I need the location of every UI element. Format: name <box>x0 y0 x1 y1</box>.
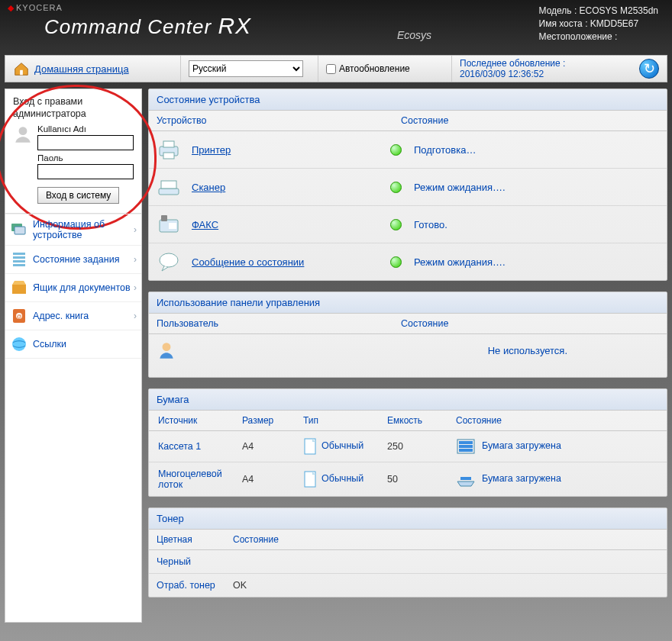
user-icon <box>157 340 176 360</box>
svg-point-21 <box>163 343 171 351</box>
password-label: Паоль <box>37 153 134 163</box>
device-link[interactable]: ФАКС <box>192 219 390 230</box>
svg-rect-6 <box>13 260 25 263</box>
box-icon <box>10 279 28 297</box>
home-link[interactable]: Домашняя страница <box>34 63 129 75</box>
address-book-icon: @ <box>10 307 28 325</box>
password-input[interactable] <box>37 164 134 179</box>
ecosys-logo: Ecosys <box>397 29 431 41</box>
toner-panel: Тонер Цветная Состояние Черный Отраб. то… <box>148 507 667 598</box>
tray-full-icon <box>456 438 476 455</box>
paper-icon <box>303 437 318 456</box>
paper-panel: Бумага Источник Размер Тип Емкость Состо… <box>148 388 667 497</box>
usage-columns: ПользовательСостояние <box>149 314 667 334</box>
device-row-scanner: Сканер Режим ожидания…. <box>149 169 667 206</box>
sidebar-item-job-status[interactable]: Состояние задания › <box>5 246 141 274</box>
username-label: Kullanıcı Adı <box>37 124 134 134</box>
svg-rect-4 <box>13 253 25 255</box>
panel-title: Использование панели управления <box>149 292 667 314</box>
panel-title: Бумага <box>149 389 667 411</box>
paper-columns: Источник Размер Тип Емкость Состояние <box>149 411 667 431</box>
fax-icon <box>157 212 181 237</box>
device-link[interactable]: Принтер <box>192 144 390 156</box>
printer-icon <box>157 137 181 162</box>
device-link[interactable]: Сообщение о состоянии <box>192 256 390 268</box>
job-status-icon <box>10 250 28 269</box>
svg-rect-3 <box>15 227 25 234</box>
svg-rect-28 <box>460 477 471 480</box>
sidebar: Вход с правами администратора Kullanıcı … <box>5 89 142 623</box>
svg-point-1 <box>19 127 27 135</box>
paper-icon <box>303 470 318 488</box>
username-input[interactable] <box>37 135 134 150</box>
auto-update-label: Автообновление <box>339 63 410 74</box>
toner-row: Черный <box>149 550 667 574</box>
device-row-fax: ФАКС Готово. <box>149 206 667 243</box>
login-button[interactable]: Вход в систему <box>37 187 119 204</box>
svg-rect-15 <box>159 188 179 195</box>
login-box: Вход с правами администратора Kullanıcı … <box>5 89 141 214</box>
sidebar-item-device-info[interactable]: Информация об устройстве › <box>5 214 141 246</box>
user-icon <box>13 124 33 144</box>
svg-rect-18 <box>161 215 167 221</box>
mp-tray-icon <box>456 471 476 488</box>
svg-text:@: @ <box>16 314 21 319</box>
device-info-icon <box>10 221 28 239</box>
brand-name: KYOCERA <box>8 3 251 13</box>
svg-rect-19 <box>169 223 176 229</box>
chevron-right-icon: › <box>134 224 137 235</box>
paper-row: Многоцелевой лоток A4 Обычный 50 Бумага … <box>149 462 667 496</box>
auto-update-checkbox[interactable] <box>326 64 336 74</box>
sidebar-item-address-book[interactable]: @ Адрес. книга › <box>5 302 141 330</box>
svg-rect-7 <box>13 264 25 266</box>
status-dot-green <box>390 256 402 268</box>
globe-icon <box>10 335 28 353</box>
toolbar: Домашняя страница Русский Автообновление… <box>5 55 667 82</box>
svg-rect-5 <box>13 256 25 259</box>
panel-title: Состояние устройства <box>149 89 667 111</box>
main-content: Состояние устройства УстройствоСостояние… <box>148 89 667 623</box>
refresh-button[interactable] <box>639 59 659 79</box>
panel-title: Тонер <box>149 508 667 530</box>
chevron-right-icon: › <box>134 254 137 265</box>
app-header: KYOCERA Command Center RX Ecosys Модель … <box>0 0 672 52</box>
language-select[interactable]: Русский <box>189 60 303 77</box>
message-icon <box>157 250 181 274</box>
svg-rect-13 <box>163 141 174 147</box>
svg-rect-25 <box>459 445 473 448</box>
svg-rect-0 <box>20 70 23 75</box>
chevron-right-icon: › <box>134 311 137 321</box>
svg-rect-26 <box>459 449 473 452</box>
device-link[interactable]: Сканер <box>192 182 390 193</box>
usage-status: Не используется. <box>488 345 567 356</box>
status-dot-green <box>390 182 402 193</box>
app-title: Command Center RX <box>44 13 251 39</box>
status-dot-green <box>390 219 402 230</box>
toner-columns: Цветная Состояние <box>149 530 667 550</box>
svg-point-20 <box>160 253 178 267</box>
last-update: Последнее обновление : 2016/03/09 12:36:… <box>460 58 565 79</box>
paper-row: Кассета 1 A4 Обычный 250 Бумага загружен… <box>149 431 667 462</box>
sidebar-item-document-box[interactable]: Ящик для документов › <box>5 274 141 302</box>
login-title: Вход с правами администратора <box>13 95 134 120</box>
home-icon <box>13 60 30 77</box>
svg-rect-16 <box>161 181 176 188</box>
device-row-status-msg: Сообщение о состоянии Режим ожидания…. <box>149 243 667 280</box>
panel-usage: Использование панели управления Пользова… <box>148 292 667 378</box>
svg-point-11 <box>12 337 26 351</box>
status-dot-green <box>390 144 402 156</box>
scanner-icon <box>157 175 181 199</box>
device-status-panel: Состояние устройства УстройствоСостояние… <box>148 89 667 281</box>
device-row-printer: Принтер Подготовка… <box>149 131 667 169</box>
chevron-right-icon: › <box>134 282 137 293</box>
sidebar-item-links[interactable]: Ссылки <box>5 330 141 359</box>
toner-row: Отраб. тонер OK <box>149 574 667 597</box>
svg-rect-24 <box>459 441 473 444</box>
device-columns: УстройствоСостояние <box>149 111 667 131</box>
svg-rect-14 <box>163 153 174 159</box>
device-info: Модель : ECOSYS M2535dn Имя хоста : KMDD… <box>539 5 658 43</box>
